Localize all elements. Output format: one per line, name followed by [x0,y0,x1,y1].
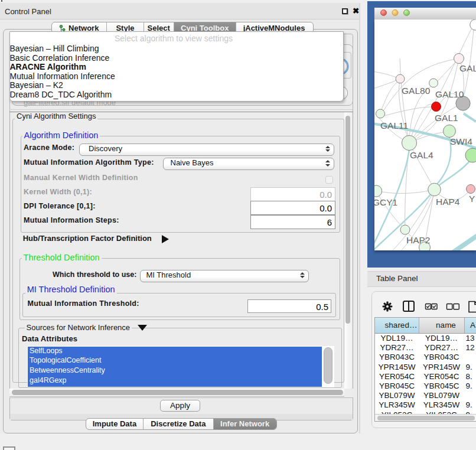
svg-text:GAL11: GAL11 [380,120,408,131]
svg-text:GAL1: GAL1 [435,113,458,123]
svg-text:GAL10: GAL10 [435,89,464,99]
svg-text:GAL80: GAL80 [402,86,431,96]
svg-text:HAP4: HAP4 [436,197,460,207]
svg-text:GAL7: GAL7 [459,63,476,73]
svg-text:Y: Y [469,194,475,204]
svg-text:HAP2: HAP2 [406,235,431,245]
svg-text:GAL4: GAL4 [410,150,433,160]
svg-text:SWI4: SWI4 [450,136,472,146]
svg-text:GCY1: GCY1 [374,197,397,207]
